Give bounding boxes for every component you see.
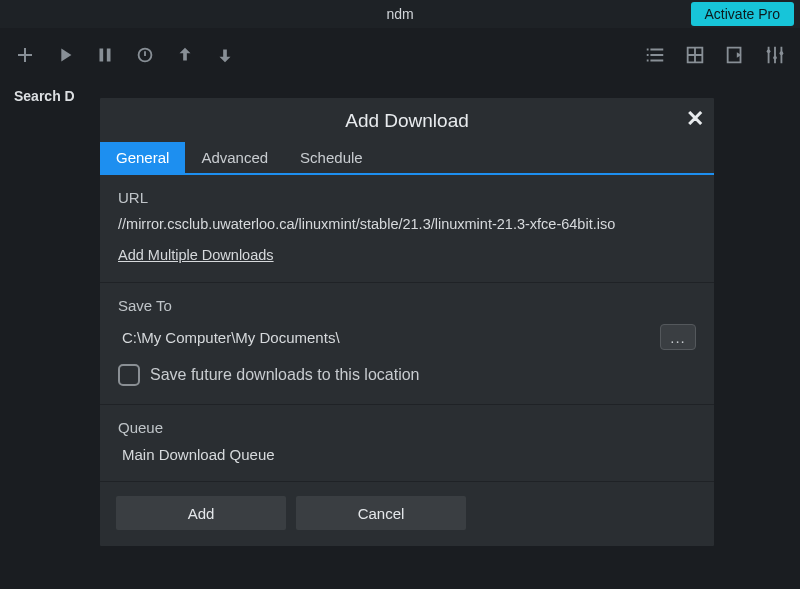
browse-button[interactable]: ... (660, 324, 696, 350)
close-icon[interactable]: ✕ (686, 106, 704, 132)
download-arrow-icon[interactable] (212, 42, 238, 68)
save-future-label: Save future downloads to this location (150, 366, 420, 384)
tab-advanced[interactable]: Advanced (185, 142, 284, 173)
cancel-button[interactable]: Cancel (296, 496, 466, 530)
dialog-actions: Add Cancel (100, 482, 714, 546)
url-input[interactable]: //mirror.csclub.uwaterloo.ca/linuxmint/s… (118, 216, 696, 232)
tab-schedule[interactable]: Schedule (284, 142, 379, 173)
add-icon[interactable] (12, 42, 38, 68)
pause-icon[interactable] (92, 42, 118, 68)
save-future-checkbox[interactable] (118, 364, 140, 386)
svg-point-1 (773, 56, 777, 60)
main-toolbar (0, 28, 800, 82)
url-label: URL (118, 189, 696, 206)
save-path-input[interactable]: C:\My Computer\My Documents\ (118, 329, 650, 346)
tab-general[interactable]: General (100, 142, 185, 173)
upload-arrow-icon[interactable] (172, 42, 198, 68)
add-button[interactable]: Add (116, 496, 286, 530)
dialog-title: Add Download (345, 110, 469, 131)
timer-icon[interactable] (132, 42, 158, 68)
grid-view-icon[interactable] (682, 42, 708, 68)
save-section: Save To C:\My Computer\My Documents\ ...… (100, 283, 714, 405)
activate-pro-button[interactable]: Activate Pro (691, 2, 794, 26)
queue-select[interactable]: Main Download Queue (118, 446, 696, 463)
dialog-tabs: General Advanced Schedule (100, 142, 714, 175)
queue-section: Queue Main Download Queue (100, 405, 714, 482)
list-view-icon[interactable] (642, 42, 668, 68)
save-to-label: Save To (118, 297, 696, 314)
queue-label: Queue (118, 419, 696, 436)
export-icon[interactable] (722, 42, 748, 68)
add-download-dialog: Add Download ✕ General Advanced Schedule… (100, 98, 714, 546)
dialog-header: Add Download ✕ (100, 98, 714, 142)
titlebar: ndm Activate Pro (0, 0, 800, 28)
svg-point-2 (780, 51, 784, 55)
svg-point-0 (767, 50, 771, 54)
add-multiple-link[interactable]: Add Multiple Downloads (118, 247, 274, 263)
url-section: URL //mirror.csclub.uwaterloo.ca/linuxmi… (100, 175, 714, 283)
play-icon[interactable] (52, 42, 78, 68)
settings-sliders-icon[interactable] (762, 42, 788, 68)
app-title: ndm (386, 6, 413, 22)
